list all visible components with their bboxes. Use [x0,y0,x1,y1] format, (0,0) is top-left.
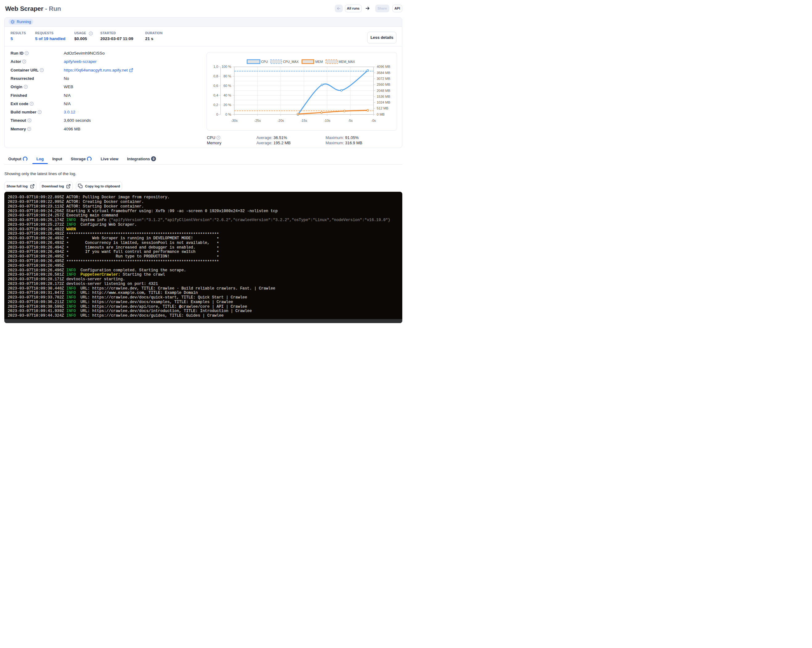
svg-text:60 %: 60 % [223,84,231,88]
svg-text:80 %: 80 % [223,74,231,78]
svg-text:1024 MB: 1024 MB [377,101,390,104]
svg-text:0 MB: 0 MB [377,113,385,116]
svg-text:3584 MB: 3584 MB [377,71,390,75]
svg-text:0,6: 0,6 [213,84,218,88]
svg-text:-5s: -5s [348,119,353,122]
svg-text:-30s: -30s [231,119,238,122]
svg-text:0,2: 0,2 [213,103,218,107]
svg-text:0,8: 0,8 [213,74,218,78]
svg-text:100 %: 100 % [222,65,231,69]
svg-text:0 %: 0 % [225,113,231,116]
svg-text:?: ? [41,69,43,72]
svg-text:1,0: 1,0 [213,65,218,69]
svg-text:20 %: 20 % [223,103,231,107]
svg-text:CPU: CPU [261,60,268,64]
svg-text:?: ? [31,102,32,105]
svg-text:-10s: -10s [324,119,330,122]
svg-text:?: ? [26,52,27,55]
svg-text:?: ? [25,86,26,88]
svg-text:0: 0 [216,113,218,116]
svg-text:?: ? [218,137,220,139]
svg-text:40 %: 40 % [223,93,231,97]
svg-text:512 MB: 512 MB [377,107,388,110]
svg-text:MEM: MEM [315,60,323,64]
svg-text:1536 MB: 1536 MB [377,95,390,98]
svg-text:4096 MB: 4096 MB [377,65,390,69]
svg-text:-0s: -0s [371,119,376,122]
svg-text:?: ? [23,60,25,63]
svg-text:?: ? [39,111,40,114]
svg-text:3072 MB: 3072 MB [377,77,390,81]
svg-text:?: ? [28,128,30,130]
svg-text:CPU_MAX: CPU_MAX [283,60,299,64]
svg-text:-20s: -20s [278,119,284,122]
svg-text:2560 MB: 2560 MB [377,82,390,86]
svg-text:MEM_MAX: MEM_MAX [339,60,355,64]
svg-text:2048 MB: 2048 MB [377,89,390,93]
svg-text:?: ? [90,32,92,35]
svg-text:0,4: 0,4 [213,93,218,97]
svg-text:-25s: -25s [254,119,261,122]
svg-text:-15s: -15s [301,119,307,122]
svg-text:?: ? [29,119,30,122]
